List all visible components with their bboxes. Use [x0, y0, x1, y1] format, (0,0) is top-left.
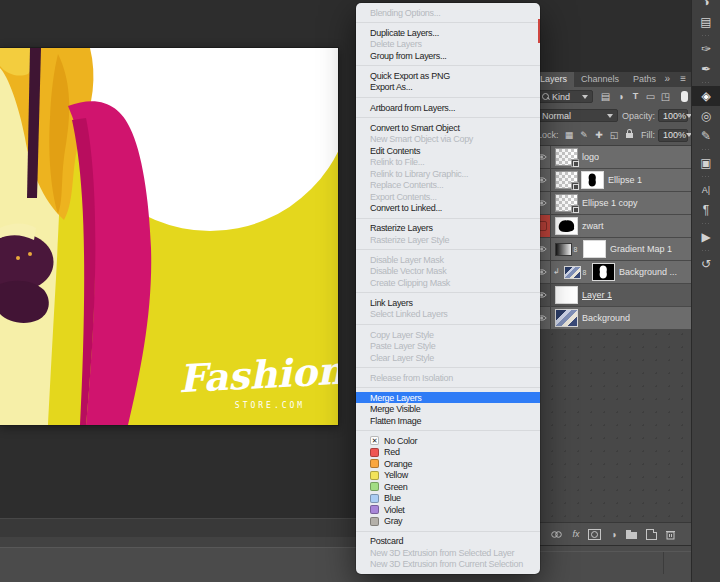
actions-panel-icon[interactable]: ▶ — [692, 227, 720, 247]
panel-overflow-icon[interactable]: » — [664, 73, 670, 84]
menu-item[interactable]: ✕No Color — [356, 435, 540, 447]
menu-item[interactable]: Link Layers — [356, 297, 540, 309]
menu-item[interactable]: Flatten Image — [356, 415, 540, 427]
tab-channels[interactable]: Channels — [574, 72, 626, 87]
menu-item[interactable]: Quick Export as PNG — [356, 70, 540, 82]
menu-item[interactable]: Violet — [356, 504, 540, 516]
menu-item[interactable]: New 3D Extrusion from Current Selection — [356, 559, 540, 571]
lock-artboard-button[interactable]: ◱ — [607, 130, 622, 140]
menu-item[interactable]: Edit Contents — [356, 145, 540, 157]
opacity-select[interactable]: 100% — [658, 109, 688, 122]
layer-row[interactable]: Background — [533, 307, 692, 330]
menu-item[interactable]: Duplicate Layers... — [356, 27, 540, 39]
link-layers-icon[interactable] — [550, 530, 563, 539]
menu-item[interactable]: Artboard from Layers... — [356, 102, 540, 114]
filter-adjustment-layers-button[interactable]: ◑ — [613, 89, 628, 104]
layers-panel-icon[interactable]: ◈ — [692, 86, 720, 106]
lock-all-button[interactable] — [626, 133, 633, 138]
filter-kind-select[interactable]: Kind — [537, 90, 593, 103]
layer-thumbnail[interactable] — [556, 287, 577, 303]
menu-item[interactable]: Rasterize Layers — [356, 222, 540, 234]
menu-item[interactable]: Merge Visible — [356, 403, 540, 415]
menu-item[interactable]: Relink to Library Graphic... — [356, 168, 540, 180]
layer-row[interactable]: zwart — [533, 215, 692, 238]
layer-thumbnail[interactable] — [556, 172, 577, 188]
panel-menu-icon[interactable]: ≡ — [680, 73, 686, 84]
layer-row[interactable]: Ellipse 1 copy — [533, 192, 692, 215]
lock-move-button[interactable]: ✚ — [592, 130, 607, 140]
menu-item[interactable]: Create Clipping Mask — [356, 277, 540, 289]
layer-thumbnail[interactable] — [556, 244, 571, 255]
brush-settings-icon[interactable]: ✑ — [692, 39, 720, 59]
menu-item[interactable]: Merge Layers — [356, 392, 540, 404]
menu-item[interactable]: Blending Options... — [356, 7, 540, 19]
menu-item[interactable]: Relink to File... — [356, 156, 540, 168]
color-swatch-icon — [370, 482, 379, 491]
menu-item[interactable]: Gray — [356, 516, 540, 528]
history-panel-icon[interactable]: ↺ — [692, 254, 720, 274]
layer-mask-thumbnail[interactable] — [593, 264, 614, 280]
menu-item[interactable]: Blue — [356, 493, 540, 505]
menu-item[interactable]: Disable Vector Mask — [356, 266, 540, 278]
menu-item[interactable]: Postcard — [356, 536, 540, 548]
layer-row[interactable]: 8Gradient Map 1 — [533, 238, 692, 261]
paragraph-panel-icon[interactable]: ¶ — [692, 200, 720, 220]
layer-style-icon[interactable]: fx — [572, 529, 579, 539]
new-layer-icon[interactable] — [646, 529, 657, 540]
menu-item[interactable]: Export As... — [356, 82, 540, 94]
filter-type-layers-button[interactable]: T — [628, 89, 643, 104]
brushes-icon[interactable]: ✒ — [692, 59, 720, 79]
menu-item[interactable]: Orange — [356, 458, 540, 470]
menu-item[interactable]: New Smart Object via Copy — [356, 133, 540, 145]
add-layer-mask-icon[interactable] — [588, 529, 601, 540]
adjustments-icon[interactable]: ◑ — [692, 0, 720, 12]
layer-thumbnail[interactable] — [556, 195, 577, 211]
document-canvas[interactable]: Fashion STORE.COM — [0, 48, 338, 425]
layer-mask-thumbnail[interactable] — [582, 172, 603, 188]
menu-item[interactable]: Red — [356, 447, 540, 459]
layer-row[interactable]: ↲8Background ... — [533, 261, 692, 284]
filter-smart-objects-button[interactable]: ◳ — [658, 89, 673, 104]
lock-paint-button[interactable]: ✎ — [577, 130, 592, 140]
menu-item[interactable]: Yellow — [356, 470, 540, 482]
paths-panel-icon[interactable]: ✎ — [692, 126, 720, 146]
menu-item[interactable]: New 3D Extrusion from Selected Layer — [356, 547, 540, 559]
layer-thumbnail[interactable] — [556, 218, 577, 234]
fill-select[interactable]: 100% — [658, 129, 688, 142]
new-group-icon[interactable] — [626, 529, 637, 539]
menu-item[interactable]: Release from Isolation — [356, 372, 540, 384]
menu-item[interactable]: Replace Contents... — [356, 179, 540, 191]
tab-paths[interactable]: Paths — [626, 72, 663, 87]
layer-row[interactable]: Layer 1 — [533, 284, 692, 307]
filter-shape-layers-button[interactable]: ▭ — [643, 89, 658, 104]
menu-item[interactable]: Rasterize Layer Style — [356, 234, 540, 246]
layer-row[interactable]: Ellipse 1 — [533, 169, 692, 192]
menu-item[interactable]: Delete Layers — [356, 39, 540, 51]
clone-source-icon[interactable]: ▣ — [692, 153, 720, 173]
menu-item[interactable]: Copy Layer Style — [356, 329, 540, 341]
layer-mask-thumbnail[interactable] — [584, 241, 605, 257]
menu-item[interactable]: Convert to Smart Object — [356, 122, 540, 134]
layer-thumbnail[interactable] — [556, 310, 577, 326]
channels-donut-icon[interactable]: ◎ — [692, 106, 720, 126]
menu-item[interactable]: Clear Layer Style — [356, 352, 540, 364]
character-panel-icon[interactable]: A| — [692, 180, 720, 200]
layer-thumbnail[interactable] — [565, 267, 580, 278]
menu-item[interactable]: Paste Layer Style — [356, 340, 540, 352]
delete-layer-icon[interactable] — [666, 529, 675, 540]
layer-row[interactable]: logo — [533, 146, 692, 169]
lock-transparency-button[interactable]: ▦ — [562, 130, 577, 140]
menu-item[interactable]: Convert to Linked... — [356, 202, 540, 214]
new-adjustment-layer-icon[interactable]: ◑ — [610, 529, 616, 540]
menu-item[interactable]: Green — [356, 481, 540, 493]
menu-item[interactable]: Group from Layers... — [356, 50, 540, 62]
filter-pixel-layers-button[interactable]: ▤ — [598, 89, 613, 104]
menu-item[interactable]: Disable Layer Mask — [356, 254, 540, 266]
filter-toggle-switch[interactable] — [681, 91, 688, 102]
blend-mode-select[interactable]: Normal — [537, 109, 618, 122]
styles-icon[interactable]: ▤ — [692, 12, 720, 32]
menu-item[interactable]: Export Contents... — [356, 191, 540, 203]
menu-item-label: No Color — [384, 436, 417, 446]
layer-thumbnail[interactable] — [556, 149, 577, 165]
menu-item[interactable]: Select Linked Layers — [356, 309, 540, 321]
